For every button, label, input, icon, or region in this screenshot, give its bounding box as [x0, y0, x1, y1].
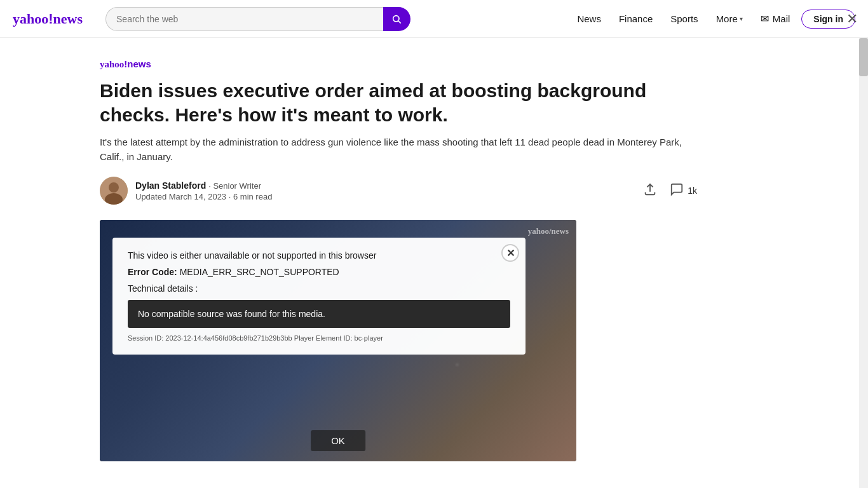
search-icon — [391, 14, 402, 24]
page-close-button[interactable]: ✕ — [846, 11, 858, 27]
author-meta: Updated March 14, 2023 · 6 min read — [135, 192, 272, 201]
error-close-button[interactable]: ✕ — [501, 244, 519, 262]
author-name-text: Dylan Stableford — [135, 180, 206, 191]
video-container: yahoo/news ✕ This video is either unavai… — [100, 220, 576, 461]
error-session-line: Session ID: 2023-12-14:4a456fd08cb9fb271… — [128, 334, 510, 342]
video-ok-button[interactable]: OK — [311, 430, 365, 451]
logo[interactable]: yahoo!news — [13, 11, 83, 27]
logo-news: news — [53, 11, 83, 27]
upload-icon — [643, 182, 657, 196]
main-content: yahoo!news Biden issues executive order … — [85, 38, 783, 482]
mail-button[interactable]: ✉ Mail — [754, 9, 797, 29]
error-message-box: No compatible source was found for this … — [128, 300, 510, 328]
author-updated: Updated March 14, 2023 — [135, 192, 226, 201]
nav-finance[interactable]: Finance — [613, 10, 659, 28]
mail-icon: ✉ — [761, 13, 769, 25]
source-news: news — [127, 58, 151, 69]
author-actions: 1k — [643, 182, 697, 200]
mail-label: Mail — [773, 13, 790, 24]
header: yahoo!news News Finance Sports More ▾ ✉ … — [0, 0, 868, 38]
read-time-separator: · — [229, 192, 233, 201]
share-button[interactable] — [643, 182, 657, 200]
svg-line-1 — [398, 21, 401, 24]
player-label: Player Element ID: — [294, 334, 353, 342]
session-value: 2023-12-14:4a456fd08cb9fb271b29b3bb — [165, 334, 292, 342]
comment-count: 1k — [688, 186, 697, 196]
author-details: Dylan Stableford · Senior Writer Updated… — [135, 180, 272, 201]
search-input[interactable] — [105, 7, 383, 31]
source-yahoo: yahoo — [100, 59, 124, 69]
video-ok-area: OK — [311, 430, 365, 451]
share-icon — [643, 182, 657, 200]
player-value: bc-player — [355, 334, 383, 342]
svg-point-3 — [109, 182, 119, 193]
read-time: 6 min read — [233, 192, 272, 201]
search-button[interactable] — [383, 7, 410, 31]
author-name: Dylan Stableford · Senior Writer — [135, 180, 272, 191]
avatar — [100, 177, 128, 205]
search-container — [105, 7, 410, 31]
error-code-line: Error Code: MEDIA_ERR_SRC_NOT_SUPPORTED — [128, 267, 510, 277]
article-headline: Biden issues executive order aimed at bo… — [100, 79, 703, 126]
comment-button[interactable]: 1k — [670, 182, 697, 200]
session-label: Session ID: — [128, 334, 163, 342]
scrollbar-thumb[interactable] — [859, 38, 868, 76]
error-technical-label: Technical details : — [128, 283, 510, 294]
error-code-text: MEDIA_ERR_SRC_NOT_SUPPORTED — [180, 267, 339, 277]
nav-links: News Finance Sports More ▾ ✉ Mail Sign i… — [571, 9, 855, 29]
avatar-image — [100, 177, 128, 205]
logo-yahoo: yahoo — [13, 11, 48, 27]
nav-sports[interactable]: Sports — [664, 10, 704, 28]
nav-more[interactable]: More ▾ — [710, 10, 749, 28]
error-code-label: Error Code: — [128, 267, 177, 277]
nav-news[interactable]: News — [571, 10, 607, 28]
author-row: Dylan Stableford · Senior Writer Updated… — [100, 177, 697, 205]
error-title: This video is either unavailable or not … — [128, 250, 510, 261]
author-info-group: Dylan Stableford · Senior Writer Updated… — [100, 177, 272, 205]
svg-point-0 — [393, 15, 399, 21]
video-error-overlay: ✕ This video is either unavailable or no… — [100, 220, 576, 461]
nav-more-label: More — [716, 13, 738, 24]
error-dialog: ✕ This video is either unavailable or no… — [112, 238, 526, 355]
speech-bubble-icon — [670, 182, 684, 196]
chevron-down-icon: ▾ — [740, 15, 743, 22]
comment-icon — [670, 182, 684, 200]
author-role: Senior Writer — [213, 181, 261, 191]
article-subheadline: It's the latest attempt by the administr… — [100, 135, 697, 164]
scrollbar-track[interactable] — [859, 38, 868, 488]
logo-slash: ! — [48, 11, 53, 27]
error-close-icon: ✕ — [506, 247, 515, 259]
article-source-logo: yahoo!news — [100, 58, 768, 70]
